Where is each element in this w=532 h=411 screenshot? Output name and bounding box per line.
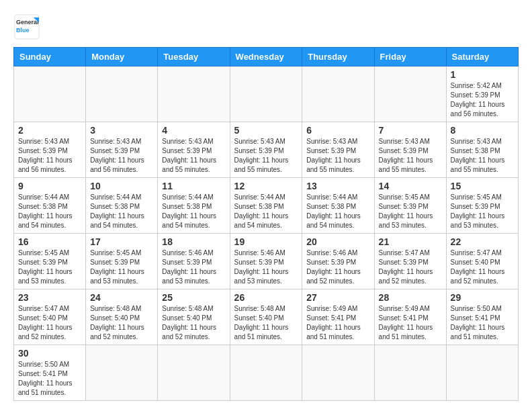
day-cell: 12Sunrise: 5:44 AMSunset: 5:38 PMDayligh… [230, 178, 302, 234]
day-cell: 20Sunrise: 5:46 AMSunset: 5:39 PMDayligh… [302, 234, 374, 289]
day-cell: 29Sunrise: 5:50 AMSunset: 5:41 PMDayligh… [446, 289, 518, 345]
day-info: Sunrise: 5:46 AMSunset: 5:39 PMDaylight:… [162, 248, 225, 286]
column-header-sunday: Sunday [14, 48, 86, 66]
day-info: Sunrise: 5:43 AMSunset: 5:39 PMDaylight:… [234, 137, 298, 175]
day-info: Sunrise: 5:50 AMSunset: 5:41 PMDaylight:… [18, 360, 81, 398]
day-number: 13 [306, 181, 369, 191]
day-cell: 16Sunrise: 5:45 AMSunset: 5:39 PMDayligh… [14, 234, 86, 289]
day-cell: 5Sunrise: 5:43 AMSunset: 5:39 PMDaylight… [230, 122, 302, 178]
day-cell [158, 66, 230, 122]
day-cell [302, 345, 374, 401]
day-cell: 24Sunrise: 5:48 AMSunset: 5:40 PMDayligh… [86, 289, 158, 345]
day-number: 30 [18, 348, 81, 359]
day-cell [86, 345, 158, 401]
day-number: 22 [451, 236, 514, 247]
day-info: Sunrise: 5:45 AMSunset: 5:39 PMDaylight:… [90, 248, 153, 286]
day-number: 20 [306, 236, 369, 247]
day-info: Sunrise: 5:43 AMSunset: 5:39 PMDaylight:… [162, 137, 225, 175]
day-number: 16 [18, 236, 81, 247]
day-number: 26 [234, 292, 298, 303]
column-header-monday: Monday [86, 48, 158, 66]
day-cell [230, 66, 302, 122]
day-cell: 15Sunrise: 5:45 AMSunset: 5:39 PMDayligh… [446, 178, 518, 234]
day-cell: 22Sunrise: 5:47 AMSunset: 5:40 PMDayligh… [446, 234, 518, 289]
day-number: 19 [234, 236, 298, 247]
day-cell: 2Sunrise: 5:43 AMSunset: 5:39 PMDaylight… [14, 122, 86, 178]
day-info: Sunrise: 5:49 AMSunset: 5:41 PMDaylight:… [379, 304, 442, 342]
day-number: 2 [18, 125, 81, 136]
day-number: 14 [379, 181, 442, 191]
day-number: 10 [90, 181, 153, 191]
column-header-wednesday: Wednesday [230, 48, 302, 66]
day-cell: 1Sunrise: 5:42 AMSunset: 5:39 PMDaylight… [446, 66, 518, 122]
day-info: Sunrise: 5:45 AMSunset: 5:39 PMDaylight:… [451, 193, 514, 230]
svg-text:Blue: Blue [16, 27, 30, 34]
day-info: Sunrise: 5:42 AMSunset: 5:39 PMDaylight:… [451, 81, 514, 119]
calendar: SundayMondayTuesdayWednesdayThursdayFrid… [13, 47, 519, 401]
logo: General Blue [13, 13, 40, 40]
day-info: Sunrise: 5:43 AMSunset: 5:39 PMDaylight:… [379, 137, 442, 175]
week-row-6: 30Sunrise: 5:50 AMSunset: 5:41 PMDayligh… [14, 345, 519, 401]
day-cell: 13Sunrise: 5:44 AMSunset: 5:38 PMDayligh… [302, 178, 374, 234]
day-number: 23 [18, 292, 81, 303]
day-cell: 26Sunrise: 5:48 AMSunset: 5:40 PMDayligh… [230, 289, 302, 345]
day-number: 21 [379, 236, 442, 247]
day-cell: 11Sunrise: 5:44 AMSunset: 5:38 PMDayligh… [158, 178, 230, 234]
day-number: 17 [90, 236, 153, 247]
svg-text:General: General [16, 19, 39, 26]
day-cell: 3Sunrise: 5:43 AMSunset: 5:39 PMDaylight… [86, 122, 158, 178]
day-cell: 18Sunrise: 5:46 AMSunset: 5:39 PMDayligh… [158, 234, 230, 289]
day-info: Sunrise: 5:45 AMSunset: 5:39 PMDaylight:… [379, 193, 442, 230]
day-info: Sunrise: 5:44 AMSunset: 5:38 PMDaylight:… [18, 193, 81, 230]
day-cell: 10Sunrise: 5:44 AMSunset: 5:38 PMDayligh… [86, 178, 158, 234]
day-info: Sunrise: 5:48 AMSunset: 5:40 PMDaylight:… [90, 304, 153, 342]
column-header-tuesday: Tuesday [158, 48, 230, 66]
column-header-thursday: Thursday [302, 48, 374, 66]
day-cell [14, 66, 86, 122]
day-number: 27 [306, 292, 369, 303]
day-info: Sunrise: 5:44 AMSunset: 5:38 PMDaylight:… [306, 193, 369, 230]
header: General Blue [13, 13, 519, 40]
day-cell: 14Sunrise: 5:45 AMSunset: 5:39 PMDayligh… [374, 178, 446, 234]
day-info: Sunrise: 5:44 AMSunset: 5:38 PMDaylight:… [234, 193, 298, 230]
day-number: 25 [162, 292, 225, 303]
day-cell [86, 66, 158, 122]
day-number: 4 [162, 125, 225, 136]
day-info: Sunrise: 5:46 AMSunset: 5:39 PMDaylight:… [306, 248, 369, 286]
day-info: Sunrise: 5:47 AMSunset: 5:40 PMDaylight:… [18, 304, 81, 342]
day-cell: 8Sunrise: 5:43 AMSunset: 5:38 PMDaylight… [446, 122, 518, 178]
day-cell [374, 66, 446, 122]
day-cell: 9Sunrise: 5:44 AMSunset: 5:38 PMDaylight… [14, 178, 86, 234]
day-info: Sunrise: 5:46 AMSunset: 5:39 PMDaylight:… [234, 248, 298, 286]
day-cell: 30Sunrise: 5:50 AMSunset: 5:41 PMDayligh… [14, 345, 86, 401]
day-cell [374, 345, 446, 401]
day-number: 8 [451, 125, 514, 136]
day-info: Sunrise: 5:47 AMSunset: 5:40 PMDaylight:… [451, 248, 514, 286]
day-info: Sunrise: 5:48 AMSunset: 5:40 PMDaylight:… [234, 304, 298, 342]
day-cell: 7Sunrise: 5:43 AMSunset: 5:39 PMDaylight… [374, 122, 446, 178]
day-info: Sunrise: 5:48 AMSunset: 5:40 PMDaylight:… [162, 304, 225, 342]
week-row-1: 1Sunrise: 5:42 AMSunset: 5:39 PMDaylight… [14, 66, 519, 122]
day-number: 3 [90, 125, 153, 136]
week-row-2: 2Sunrise: 5:43 AMSunset: 5:39 PMDaylight… [14, 122, 519, 178]
day-number: 24 [90, 292, 153, 303]
day-number: 7 [379, 125, 442, 136]
header-row: SundayMondayTuesdayWednesdayThursdayFrid… [14, 48, 519, 66]
logo-graphic: General Blue [13, 13, 40, 40]
logo-container: General Blue [13, 13, 40, 40]
day-cell: 27Sunrise: 5:49 AMSunset: 5:41 PMDayligh… [302, 289, 374, 345]
day-info: Sunrise: 5:44 AMSunset: 5:38 PMDaylight:… [90, 193, 153, 230]
day-cell [302, 66, 374, 122]
day-number: 5 [234, 125, 298, 136]
day-number: 12 [234, 181, 298, 191]
week-row-4: 16Sunrise: 5:45 AMSunset: 5:39 PMDayligh… [14, 234, 519, 289]
day-cell: 19Sunrise: 5:46 AMSunset: 5:39 PMDayligh… [230, 234, 302, 289]
day-cell: 17Sunrise: 5:45 AMSunset: 5:39 PMDayligh… [86, 234, 158, 289]
day-cell [230, 345, 302, 401]
week-row-5: 23Sunrise: 5:47 AMSunset: 5:40 PMDayligh… [14, 289, 519, 345]
day-cell [446, 345, 518, 401]
day-cell: 21Sunrise: 5:47 AMSunset: 5:39 PMDayligh… [374, 234, 446, 289]
day-info: Sunrise: 5:43 AMSunset: 5:39 PMDaylight:… [90, 137, 153, 175]
week-row-3: 9Sunrise: 5:44 AMSunset: 5:38 PMDaylight… [14, 178, 519, 234]
day-cell: 4Sunrise: 5:43 AMSunset: 5:39 PMDaylight… [158, 122, 230, 178]
